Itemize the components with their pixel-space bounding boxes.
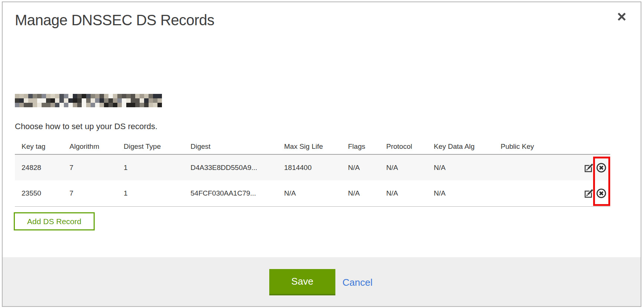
table-row: 23550 7 1 54FCF030AA1C79... N/A N/A N/A …	[15, 180, 610, 206]
col-header-digest-type: Digest Type	[124, 139, 191, 154]
save-button[interactable]: Save	[269, 269, 335, 295]
cell-actions	[579, 180, 610, 206]
instruction-text: Choose how to set up your DS records.	[15, 122, 157, 131]
dnssec-modal: Manage DNSSEC DS Records Choose how to s…	[2, 1, 641, 307]
cell-algorithm: 7	[69, 180, 124, 206]
edit-record-button[interactable]	[584, 163, 594, 173]
close-icon	[617, 12, 627, 22]
cell-public-key	[501, 154, 579, 180]
col-header-key-tag: Key tag	[15, 139, 69, 154]
cell-flags: N/A	[348, 180, 386, 206]
cell-key-data-alg: N/A	[434, 180, 501, 206]
page-title: Manage DNSSEC DS Records	[15, 12, 214, 29]
cancel-link[interactable]: Cancel	[342, 277, 373, 288]
cell-public-key	[501, 180, 579, 206]
cell-max-sig-life: 1814400	[284, 154, 348, 180]
cell-digest-type: 1	[124, 154, 191, 180]
close-button[interactable]	[615, 10, 629, 24]
col-header-actions	[579, 139, 610, 154]
cell-algorithm: 7	[69, 154, 124, 180]
col-header-digest: Digest	[191, 139, 284, 154]
col-header-public-key: Public Key	[501, 139, 579, 154]
add-ds-record-button[interactable]: Add DS Record	[14, 212, 95, 230]
table-header-row: Key tag Algorithm Digest Type Digest Max…	[15, 139, 610, 154]
redacted-domain	[15, 94, 162, 107]
edit-record-button[interactable]	[584, 188, 594, 198]
cell-key-tag: 24828	[15, 154, 69, 180]
cell-key-data-alg: N/A	[434, 154, 501, 180]
cell-digest-type: 1	[124, 180, 191, 206]
delete-record-button[interactable]	[596, 188, 606, 199]
cell-key-tag: 23550	[15, 180, 69, 206]
cell-actions	[579, 154, 610, 180]
col-header-flags: Flags	[348, 139, 386, 154]
ds-records-table: Key tag Algorithm Digest Type Digest Max…	[15, 139, 610, 207]
cell-protocol: N/A	[386, 180, 434, 206]
edit-pencil-icon	[584, 188, 594, 198]
table-row: 24828 7 1 D4A33E8DD550A9... 1814400 N/A …	[15, 154, 610, 180]
col-header-max-sig-life: Max Sig Life	[284, 139, 348, 154]
delete-circle-x-icon	[596, 163, 606, 173]
col-header-algorithm: Algorithm	[69, 139, 124, 154]
cell-digest: 54FCF030AA1C79...	[191, 180, 284, 206]
cell-digest: D4A33E8DD550A9...	[191, 154, 284, 180]
cell-flags: N/A	[348, 154, 386, 180]
cell-protocol: N/A	[386, 154, 434, 180]
cell-max-sig-life: N/A	[284, 180, 348, 206]
col-header-key-data-alg: Key Data Alg	[434, 139, 501, 154]
col-header-protocol: Protocol	[386, 139, 434, 154]
delete-record-button[interactable]	[596, 163, 606, 173]
delete-circle-x-icon	[596, 188, 606, 199]
edit-pencil-icon	[584, 163, 594, 173]
